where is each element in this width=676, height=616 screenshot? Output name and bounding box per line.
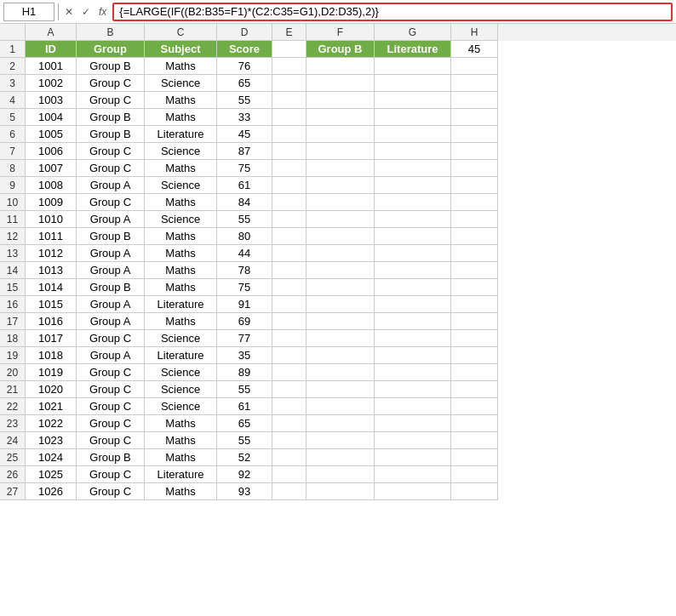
cell-a[interactable]: 1008 [26, 177, 77, 194]
cell-f[interactable] [306, 381, 375, 398]
cell-f[interactable] [306, 398, 375, 415]
cell-g[interactable] [375, 364, 451, 381]
cell-a[interactable]: 1010 [26, 211, 77, 228]
cell-a[interactable]: 1007 [26, 160, 77, 177]
cell-f[interactable] [306, 449, 375, 466]
cell-c[interactable]: Maths [145, 262, 217, 279]
cell-d[interactable]: 84 [217, 194, 272, 211]
cell-a[interactable]: 1014 [26, 279, 77, 296]
cell-d[interactable]: 77 [217, 330, 272, 347]
cell-h[interactable] [451, 398, 498, 415]
cell-d[interactable]: 89 [217, 364, 272, 381]
cell-d[interactable]: 61 [217, 398, 272, 415]
cell-e[interactable] [272, 109, 306, 126]
cell-d[interactable]: 33 [217, 109, 272, 126]
cell-b[interactable]: Group A [77, 296, 145, 313]
cell-c[interactable]: Maths [145, 245, 217, 262]
cell-f[interactable] [306, 92, 375, 109]
cell-c[interactable]: Literature [145, 466, 217, 483]
cell-g1[interactable]: Literature [375, 41, 451, 58]
cell-a1[interactable]: ID [26, 41, 77, 58]
cell-d[interactable]: 55 [217, 432, 272, 449]
cell-f[interactable] [306, 483, 375, 500]
cell-h[interactable] [451, 228, 498, 245]
cell-b[interactable]: Group C [77, 194, 145, 211]
cell-c[interactable]: Maths [145, 432, 217, 449]
cell-c[interactable]: Maths [145, 109, 217, 126]
cell-c[interactable]: Science [145, 177, 217, 194]
cell-g[interactable] [375, 381, 451, 398]
cell-c[interactable]: Maths [145, 449, 217, 466]
cell-b[interactable]: Group A [77, 313, 145, 330]
cell-e[interactable] [272, 160, 306, 177]
cell-d[interactable]: 76 [217, 58, 272, 75]
cell-g[interactable] [375, 58, 451, 75]
cell-e[interactable] [272, 313, 306, 330]
cell-c[interactable]: Maths [145, 415, 217, 432]
cell-c[interactable]: Literature [145, 126, 217, 143]
cell-b[interactable]: Group C [77, 160, 145, 177]
cell-b[interactable]: Group C [77, 75, 145, 92]
col-header-e[interactable]: E [272, 24, 306, 41]
cell-h[interactable] [451, 313, 498, 330]
cell-g[interactable] [375, 296, 451, 313]
cell-f[interactable] [306, 109, 375, 126]
cell-c[interactable]: Science [145, 75, 217, 92]
cell-b[interactable]: Group C [77, 92, 145, 109]
cell-d[interactable]: 75 [217, 160, 272, 177]
cell-f[interactable] [306, 330, 375, 347]
cell-b[interactable]: Group C [77, 364, 145, 381]
cell-a[interactable]: 1003 [26, 92, 77, 109]
cell-g[interactable] [375, 347, 451, 364]
cell-e[interactable] [272, 126, 306, 143]
cell-d[interactable]: 45 [217, 126, 272, 143]
cell-e[interactable] [272, 143, 306, 160]
cell-b[interactable]: Group C [77, 381, 145, 398]
cell-e[interactable] [272, 347, 306, 364]
cell-d[interactable]: 65 [217, 415, 272, 432]
cell-a[interactable]: 1002 [26, 75, 77, 92]
cell-f[interactable] [306, 75, 375, 92]
cell-e[interactable] [272, 415, 306, 432]
cell-b[interactable]: Group B [77, 228, 145, 245]
cell-c[interactable]: Maths [145, 194, 217, 211]
cell-b[interactable]: Group B [77, 126, 145, 143]
cell-b[interactable]: Group C [77, 466, 145, 483]
cell-b[interactable]: Group A [77, 245, 145, 262]
cell-d[interactable]: 65 [217, 75, 272, 92]
cell-h[interactable] [451, 160, 498, 177]
cell-h[interactable] [451, 126, 498, 143]
cell-h[interactable] [451, 381, 498, 398]
function-icon[interactable]: fx [96, 5, 109, 19]
cell-d[interactable]: 75 [217, 279, 272, 296]
cell-f[interactable] [306, 194, 375, 211]
cell-d[interactable]: 55 [217, 211, 272, 228]
cell-e[interactable] [272, 279, 306, 296]
cell-f[interactable] [306, 279, 375, 296]
cell-h[interactable] [451, 177, 498, 194]
cell-a[interactable]: 1001 [26, 58, 77, 75]
cell-e[interactable] [272, 211, 306, 228]
cell-g[interactable] [375, 194, 451, 211]
cell-b[interactable]: Group C [77, 415, 145, 432]
cell-d[interactable]: 52 [217, 449, 272, 466]
cell-g[interactable] [375, 432, 451, 449]
cell-h[interactable] [451, 330, 498, 347]
cell-c[interactable]: Maths [145, 160, 217, 177]
cell-f[interactable] [306, 228, 375, 245]
cell-b[interactable]: Group C [77, 330, 145, 347]
cell-d[interactable]: 92 [217, 466, 272, 483]
cell-d1[interactable]: Score [217, 41, 272, 58]
cell-g[interactable] [375, 330, 451, 347]
cell-e[interactable] [272, 466, 306, 483]
cell-d[interactable]: 55 [217, 381, 272, 398]
cell-e[interactable] [272, 296, 306, 313]
col-header-g[interactable]: G [375, 24, 451, 41]
cell-h[interactable] [451, 466, 498, 483]
cell-e[interactable] [272, 228, 306, 245]
cell-a[interactable]: 1005 [26, 126, 77, 143]
cell-g[interactable] [375, 415, 451, 432]
cell-h[interactable] [451, 279, 498, 296]
cell-h[interactable] [451, 143, 498, 160]
cell-b[interactable]: Group B [77, 109, 145, 126]
